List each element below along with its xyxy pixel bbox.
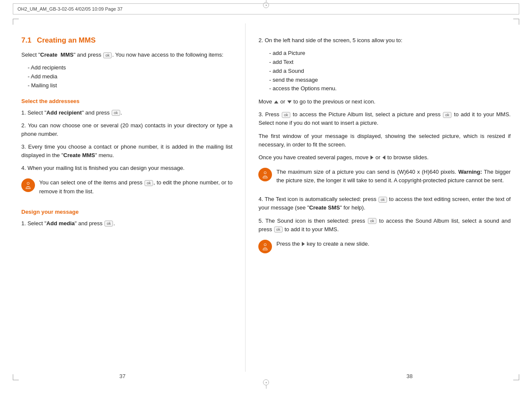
items-list: Add recipients Add media Mailing list (28, 63, 232, 90)
ok-icon-3: ok (104, 221, 113, 227)
section-number: 7.1 (21, 36, 32, 44)
ok-icon-r3a: ok (282, 112, 290, 118)
bottom-crosshair (263, 379, 269, 389)
step2-move: Move or to go to the previous or next ic… (258, 98, 511, 106)
list-item-1: Add recipients (28, 63, 232, 72)
ok-icon-r3b: ok (443, 112, 451, 118)
left-column: 7.1 Creating an MMS Select "Create MMS" … (13, 23, 246, 372)
header-text: OH2_UM_AM_GB-3-02-05 4/02/05 10:09 Page … (17, 6, 122, 11)
arrow-down-icon (287, 100, 292, 103)
step2-item-5: access the Options menu. (269, 84, 511, 93)
tip-icon-1 (21, 178, 35, 192)
section-title: Creating an MMS (37, 36, 95, 44)
tip-box-1: You can select one of the items and pres… (21, 178, 232, 201)
step3-para2: Once you have created several pages, mov… (258, 153, 511, 162)
corner-bl (13, 374, 19, 380)
step3-para1: The first window of your message is disp… (258, 132, 511, 149)
step2-item-3: add a Sound (269, 67, 511, 76)
arrow-left-icon-1 (382, 155, 385, 160)
step2-item-1: add a Picture (269, 49, 511, 58)
step-left-5: 1. Select "Add media" and press ok. (21, 219, 232, 228)
header-bar: OH2_UM_AM_GB-3-02-05 4/02/05 10:09 Page … (13, 3, 519, 14)
right-column: 2. On the left hand side of the screen, … (246, 23, 519, 372)
tip-icon-2 (258, 168, 272, 181)
tip-text-1: You can select one of the items and pres… (39, 178, 232, 195)
svg-point-5 (264, 244, 266, 245)
top-crosshair (263, 0, 269, 8)
step-left-1: 1. Select "Add recipient" and press ok. (21, 109, 232, 117)
intro-text: Select "Create MMS" and press ok. You no… (21, 51, 232, 59)
arrow-right-icon-2 (302, 242, 305, 246)
step-left-4: 4. When your mailing list is finished yo… (21, 164, 232, 172)
step-right-5: 5. The Sound icon is then selected: pres… (258, 217, 511, 234)
step2-items-list: add a Picture add Text add a Sound send … (269, 49, 511, 93)
section-heading: 7.1 Creating an MMS (21, 36, 232, 45)
subheading-design: Design your message (21, 209, 232, 215)
ok-icon-r5a: ok (368, 218, 376, 224)
corner-br (513, 374, 519, 380)
tip-icon-3 (258, 240, 272, 253)
ok-icon-r5b: ok (274, 227, 283, 232)
svg-point-1 (27, 183, 29, 184)
tip-box-3: Press the key to create a new slide. (258, 239, 511, 254)
columns: 7.1 Creating an MMS Select "Create MMS" … (13, 23, 519, 372)
arrow-right-icon-1 (370, 155, 373, 160)
list-item-2: Add media (28, 72, 232, 81)
ok-icon-2: ok (112, 110, 120, 116)
list-item-3: Mailing list (28, 81, 232, 90)
svg-point-3 (264, 172, 266, 174)
tip-text-2: The maximum size of a picture you can se… (276, 168, 511, 185)
step-left-3: 3. Every time you choose a contact or ph… (21, 143, 232, 160)
step2-item-2: add Text (269, 58, 511, 67)
ok-icon-tip1: ok (145, 180, 153, 186)
subheading-addressees: Select the addressees (21, 98, 232, 104)
ok-button-icon-1: ok (103, 52, 112, 58)
step2-item-4: send the message (269, 76, 511, 85)
arrow-up-icon (274, 100, 278, 103)
step-right-3: 3. Press ok to access the Picture Album … (258, 110, 511, 127)
page-number-left: 37 (119, 373, 125, 379)
ok-icon-r4: ok (379, 197, 387, 203)
tip-text-3: Press the key to create a new slide. (276, 240, 369, 248)
step-right-4: 4. The Text icon is automatically select… (258, 195, 511, 212)
page-container: OH2_UM_AM_GB-3-02-05 4/02/05 10:09 Page … (0, 0, 532, 393)
tip-box-2: The maximum size of a picture you can se… (258, 167, 511, 190)
page-number-right: 38 (407, 373, 413, 379)
step-right-2: 2. On the left hand side of the screen, … (258, 36, 511, 45)
step-left-2: 2. You can now choose one or several (20… (21, 121, 232, 138)
